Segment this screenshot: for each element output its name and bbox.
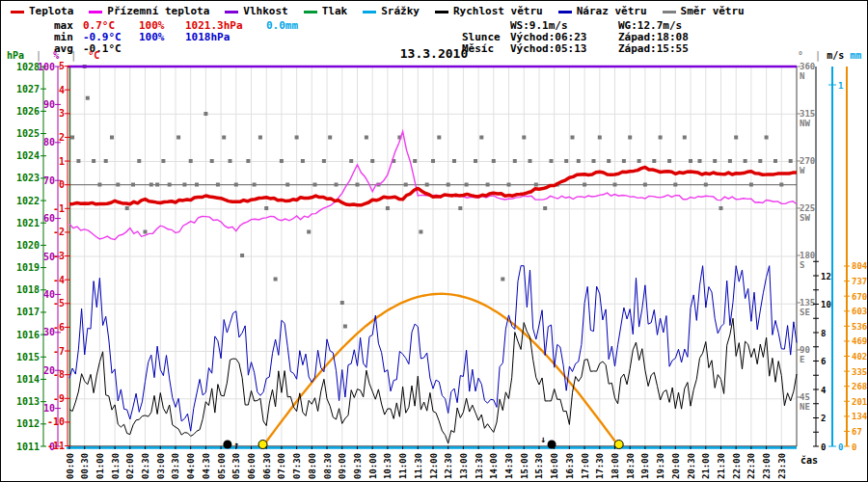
wind-direction-point (758, 159, 762, 163)
w-tick-label: 67 (852, 427, 862, 437)
direction-tick-name: W (800, 166, 805, 175)
ms-tick-label: 2 (821, 414, 826, 423)
wind-direction-point (131, 183, 135, 187)
axis-tick-label: 1023 (16, 173, 40, 183)
wind-direction-point (301, 159, 305, 163)
axis-tick-label: -5 (53, 298, 65, 308)
w-tick-label: 536 (852, 322, 867, 332)
wind-direction-point (182, 183, 186, 187)
wind-direction-point (258, 136, 262, 140)
wind-direction-point (749, 183, 753, 187)
axis-tick-label: 4 (59, 85, 65, 95)
wind-direction-point (155, 183, 159, 187)
time-tick-label: 07:00 (277, 453, 286, 479)
time-tick-label: 12:30 (444, 453, 453, 479)
w-tick-label: 469 (852, 336, 867, 346)
axis-tick-label: 1012 (16, 418, 40, 429)
mm-tick-label: 1 (838, 81, 843, 91)
time-tick-label: 23:00 (762, 453, 772, 479)
direction-tick-name: E (800, 355, 804, 364)
wind-direction-point (564, 159, 568, 163)
wind-direction-point (713, 159, 717, 163)
time-tick-label: 06:30 (262, 453, 272, 479)
time-tick-label: 16:30 (565, 453, 575, 479)
time-tick-label: 22:00 (732, 453, 742, 479)
time-tick-label: 20:00 (671, 453, 681, 479)
direction-tick-deg: 180 (800, 251, 815, 260)
direction-tick-deg: 135 (800, 298, 815, 308)
wind-direction-point (343, 325, 347, 329)
wind-direction-point (543, 206, 547, 210)
wind-direction-point (501, 278, 504, 281)
time-tick-label: 06:00 (247, 453, 257, 479)
wind-direction-point (643, 183, 647, 187)
time-tick-label: 03:00 (156, 453, 166, 479)
wind-direction-point (628, 136, 632, 140)
axis-tick-label: 90 (43, 99, 55, 110)
sunrise-marker-icon (258, 441, 267, 449)
axis-tick-label: 1 (59, 156, 65, 167)
wind-direction-point (70, 136, 74, 140)
time-tick-label: 10:30 (383, 453, 393, 479)
axis-tick-label: 1017 (16, 307, 40, 317)
wind-direction-point (744, 159, 747, 163)
time-tick-label: 08:30 (323, 453, 333, 479)
w-tick-label: 134 (852, 412, 868, 421)
axis-tick-label: -6 (53, 322, 65, 333)
axis-tick-label: 100 (38, 62, 55, 72)
time-tick-label: 19:00 (640, 453, 650, 479)
axis-tick-label: -3 (53, 251, 65, 261)
axis-tick-label: 5 (59, 61, 65, 71)
time-tick-label: 21:30 (717, 453, 726, 479)
wind-direction-point (386, 206, 390, 210)
time-tick-label: 17:30 (595, 453, 605, 479)
time-tick-label: 01:00 (95, 453, 105, 479)
axis-tick-label: 1018 (16, 284, 40, 295)
wind-direction-point (246, 159, 250, 163)
axis-tick-label: 1011 (16, 442, 40, 452)
wind-direction-point (474, 159, 477, 163)
time-tick-label: 07:30 (292, 453, 302, 479)
wind-direction-point (507, 183, 511, 187)
direction-tick-name: NW (800, 119, 810, 128)
time-tick-label: 15:00 (520, 453, 529, 479)
wind-direction-point (683, 136, 687, 140)
wind-direction-point (431, 159, 435, 163)
wind-direction-point (789, 159, 793, 163)
wind-direction-point (229, 159, 232, 163)
axis-tick-label: -1 (53, 203, 65, 214)
wind-direction-point (479, 136, 483, 140)
wind-direction-point (419, 230, 422, 234)
wind-direction-point (652, 159, 656, 163)
wind-direction-point (280, 159, 284, 163)
direction-tick-name: S (800, 260, 804, 270)
axis-tick-label: 1021 (16, 218, 40, 228)
wind-direction-point (667, 159, 671, 163)
wind-direction-point (104, 159, 108, 163)
axis-tick-label: 10 (43, 403, 55, 414)
wind-direction-point (689, 159, 692, 163)
time-tick-label: 04:00 (186, 453, 196, 479)
wind-direction-point (116, 183, 120, 187)
axis-tick-label: 1016 (16, 330, 40, 340)
direction-tick-deg: 45 (800, 392, 810, 402)
wind-direction-point (370, 159, 374, 163)
wind-direction-point (222, 136, 226, 140)
wind-direction-point (161, 159, 165, 163)
direction-tick-name: NE (800, 402, 810, 412)
wind-direction-point (534, 183, 538, 187)
time-tick-label: 17:00 (581, 453, 590, 479)
wind-direction-point (203, 112, 207, 116)
time-tick-label: 18:30 (626, 453, 636, 479)
weather-day-chart-window: TeplotaPřízemní teplotaVlhkostTlakSrážky… (0, 0, 868, 482)
axis-tick-label: 80 (43, 137, 55, 147)
wind-direction-point (404, 183, 408, 187)
axis-tick-label: 3 (59, 108, 65, 119)
wind-direction-point (607, 159, 610, 163)
axis-tick-label: 60 (43, 213, 55, 224)
wind-direction-point (698, 159, 702, 163)
ms-tick-label: 0 (821, 442, 826, 452)
wind-direction-point (447, 183, 450, 187)
time-tick-label: 21:00 (701, 453, 711, 479)
wind-direction-point (86, 96, 90, 100)
